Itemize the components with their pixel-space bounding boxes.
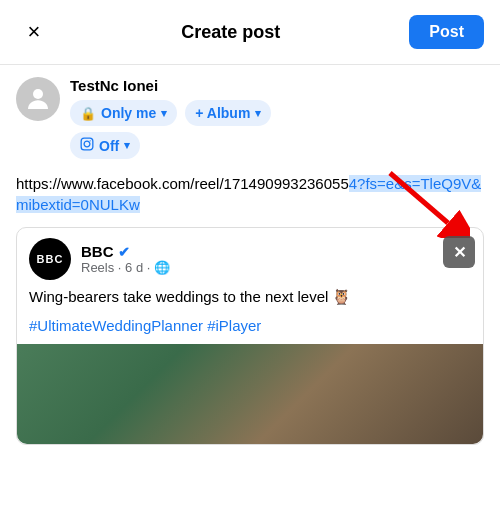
badges-row: 🔒 Only me ▾ + Album ▾ bbox=[70, 100, 271, 126]
svg-rect-1 bbox=[81, 138, 93, 150]
url-text: https://www.facebook.com/reel/1714909932… bbox=[16, 175, 349, 192]
shared-user-info: BBC ✔ Reels · 6 d · 🌐 bbox=[81, 243, 170, 275]
bbc-logo: BBC bbox=[29, 238, 71, 280]
instagram-badge[interactable]: Off ▾ bbox=[70, 132, 140, 159]
chevron-down-icon-ig: ▾ bbox=[124, 139, 130, 152]
lock-icon: 🔒 bbox=[80, 106, 96, 121]
svg-point-2 bbox=[84, 141, 90, 147]
shared-card-header: BBC BBC ✔ Reels · 6 d · 🌐 bbox=[17, 228, 483, 280]
shared-image-preview bbox=[17, 344, 483, 444]
privacy-badge[interactable]: 🔒 Only me ▾ bbox=[70, 100, 177, 126]
close-button[interactable]: × bbox=[16, 14, 52, 50]
svg-point-0 bbox=[33, 89, 43, 99]
bbc-logo-text: BBC bbox=[37, 253, 64, 265]
instagram-label: Off bbox=[99, 138, 119, 154]
shared-body: Wing-bearers take weddings to the next l… bbox=[17, 280, 483, 315]
shared-meta: Reels · 6 d · 🌐 bbox=[81, 260, 170, 275]
instagram-icon bbox=[80, 137, 94, 154]
album-label: + Album bbox=[195, 105, 250, 121]
chevron-down-icon: ▾ bbox=[161, 107, 167, 120]
shared-hashtags: #UltimateWeddingPlanner #iPlayer bbox=[17, 315, 483, 344]
album-badge[interactable]: + Album ▾ bbox=[185, 100, 271, 126]
svg-point-3 bbox=[90, 140, 91, 141]
content-area: https://www.facebook.com/reel/1714909932… bbox=[0, 163, 500, 223]
header: × Create post Post bbox=[0, 0, 500, 65]
post-text: https://www.facebook.com/reel/1714909932… bbox=[16, 173, 484, 215]
user-section: TestNc Ionei 🔒 Only me ▾ + Album ▾ bbox=[0, 65, 500, 163]
user-name: TestNc Ionei bbox=[70, 77, 271, 94]
shared-post-card: BBC BBC ✔ Reels · 6 d · 🌐 Wing-bearers t… bbox=[16, 227, 484, 445]
badges-row-2: Off ▾ bbox=[70, 132, 271, 159]
close-card-button[interactable]: ✕ bbox=[443, 236, 475, 268]
avatar bbox=[16, 77, 60, 121]
privacy-label: Only me bbox=[101, 105, 156, 121]
user-info: TestNc Ionei 🔒 Only me ▾ + Album ▾ bbox=[70, 77, 271, 159]
page-title: Create post bbox=[181, 22, 280, 43]
post-button[interactable]: Post bbox=[409, 15, 484, 49]
shared-user-name: BBC ✔ bbox=[81, 243, 170, 260]
chevron-down-icon-album: ▾ bbox=[255, 107, 261, 120]
shared-body-text: Wing-bearers take weddings to the next l… bbox=[29, 288, 352, 305]
verified-icon: ✔ bbox=[118, 244, 130, 260]
